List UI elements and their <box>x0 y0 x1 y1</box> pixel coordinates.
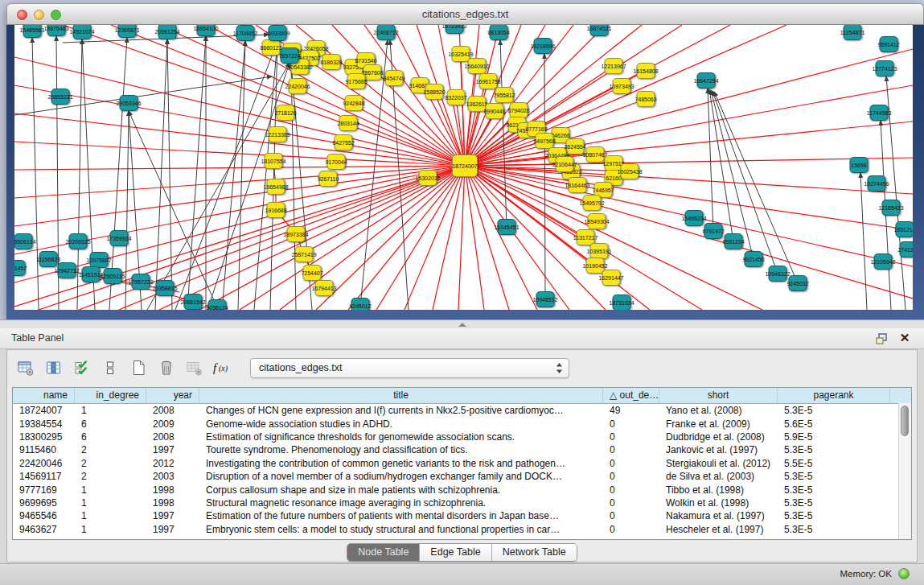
citation-edge-red[interactable] <box>465 166 484 310</box>
show-columns-icon[interactable] <box>43 357 64 378</box>
network-node[interactable]: 10274456 <box>868 175 886 192</box>
cell-pagerank[interactable]: 5.3E-5 <box>778 471 890 482</box>
column-header-in_degree[interactable]: in_degree <box>75 388 146 403</box>
network-node[interactable]: 18107554 <box>265 153 283 169</box>
network-node[interactable]: 9267110 <box>319 171 338 187</box>
network-node[interactable]: 19218596 <box>534 38 552 54</box>
cell-year[interactable]: 1998 <box>146 484 199 496</box>
network-node[interactable]: 9056124 <box>208 299 227 310</box>
cell-in_degree[interactable]: 6 <box>75 431 146 443</box>
cell-title[interactable]: Embryonic stem cells: a model to study s… <box>199 524 603 535</box>
network-hub-node[interactable]: 18724007 <box>452 154 478 177</box>
delete-column-icon[interactable] <box>156 357 177 378</box>
cell-out_degree[interactable]: 0 <box>603 418 659 430</box>
table-row[interactable]: 1830029562008Estimation of significance … <box>13 431 911 443</box>
network-node[interactable]: 16794413 <box>315 280 334 296</box>
network-node[interactable]: 25871419 <box>295 246 314 262</box>
citation-edge-black[interactable] <box>291 64 296 310</box>
table-row[interactable]: 969969511998Structural magnetic resonanc… <box>13 496 911 509</box>
network-node[interactable]: 15302035 <box>419 170 437 186</box>
network-node[interactable]: 6794028 <box>510 102 528 118</box>
network-node[interactable]: 12105542 <box>874 253 893 270</box>
network-node[interactable]: 10025438 <box>621 163 639 179</box>
network-node[interactable]: 18549304 <box>588 213 606 229</box>
cell-short[interactable]: Nakamura et al. (1997) <box>659 510 778 521</box>
network-node[interactable]: 14521074 <box>73 25 92 39</box>
network-node[interactable]: 18731024 <box>613 295 631 310</box>
network-node[interactable]: 20591254 <box>158 25 177 39</box>
network-node[interactable]: 12365871 <box>118 25 137 38</box>
clear-selection-icon[interactable] <box>100 357 121 378</box>
citation-edge-black[interactable] <box>544 54 545 299</box>
cell-short[interactable]: Dudbridge et al. (2008) <box>659 431 778 443</box>
cell-in_degree[interactable]: 2 <box>75 444 146 455</box>
cell-in_degree[interactable]: 1 <box>75 524 146 535</box>
cell-short[interactable]: Stergiakouli et al. (2012) <box>659 458 778 469</box>
cell-name[interactable]: 9115460 <box>13 444 75 455</box>
cell-out_degree[interactable]: 0 <box>603 497 659 509</box>
table-row[interactable]: 2242004622012Investigating the contribut… <box>13 457 911 470</box>
tab-edge-table[interactable]: Edge Table <box>419 544 491 561</box>
column-header-name[interactable]: name <box>13 388 75 403</box>
cell-out_degree[interactable]: 0 <box>603 431 659 443</box>
network-node[interactable]: 20881542 <box>184 294 203 310</box>
network-node[interactable]: 10973493 <box>613 78 631 94</box>
cell-title[interactable]: Investigating the contribution of common… <box>199 458 603 469</box>
cell-year[interactable]: 2008 <box>146 405 199 416</box>
cell-title[interactable]: Corpus callosum shape and size in male p… <box>199 484 603 496</box>
citation-edge-red[interactable] <box>14 166 465 170</box>
network-node[interactable]: 10395191 <box>590 243 609 259</box>
cell-title[interactable]: Disruption of a novel member of a sodium… <box>199 471 603 482</box>
cell-short[interactable]: de Silva et al. (2003) <box>659 471 778 482</box>
network-node[interactable]: 22408712 <box>377 25 396 40</box>
splitter-grip-icon[interactable] <box>458 323 466 327</box>
cell-in_degree[interactable]: 1 <box>75 510 146 521</box>
network-node[interactable]: 8990448 <box>486 103 504 119</box>
cell-out_degree[interactable]: 0 <box>603 444 659 455</box>
cell-title[interactable]: Structural magnetic resonance image aver… <box>199 497 603 509</box>
cell-pagerank[interactable]: 5.3E-5 <box>778 524 890 535</box>
table-row[interactable]: 946554611997Estimation of the future num… <box>13 509 911 522</box>
network-node[interactable]: 35506124 <box>14 233 33 249</box>
network-node[interactable]: 16647294 <box>697 72 716 89</box>
network-node[interactable]: 1651212 <box>896 221 914 237</box>
citation-edge-red[interactable] <box>465 49 913 166</box>
citation-edge-red[interactable] <box>376 166 465 310</box>
network-node[interactable]: 8813054 <box>490 25 508 40</box>
delete-table-icon[interactable] <box>184 357 205 378</box>
cell-out_degree[interactable]: 49 <box>603 405 659 416</box>
network-node[interactable]: 7485063 <box>637 91 655 107</box>
cell-pagerank[interactable]: 5.6E-5 <box>778 418 890 430</box>
network-node[interactable]: 12213967 <box>605 58 623 74</box>
cell-short[interactable]: Tibbo et al. (1998) <box>659 484 778 496</box>
cell-year[interactable]: 1997 <box>146 524 199 535</box>
tab-node-table[interactable]: Node Table <box>347 544 419 561</box>
network-node[interactable]: 22420046 <box>289 78 307 94</box>
column-header-title[interactable]: title <box>199 388 603 403</box>
network-node[interactable]: 12106447 <box>556 156 574 172</box>
network-node[interactable]: 8454749 <box>385 70 404 86</box>
cell-pagerank[interactable]: 5.3E-5 <box>778 510 890 521</box>
network-canvas[interactable]: 1872400786601238912954224260589427502818… <box>14 25 913 310</box>
cell-title[interactable]: Genome-wide association studies in ADHD. <box>199 418 603 430</box>
cell-year[interactable]: 1998 <box>146 497 199 509</box>
network-node[interactable]: 12165423 <box>882 200 901 216</box>
citation-edge-black[interactable] <box>32 38 39 310</box>
column-header-pagerank[interactable]: pagerank <box>778 388 890 403</box>
network-node[interactable]: 16854120 <box>197 25 216 36</box>
network-node[interactable]: 11254871 <box>844 25 862 40</box>
cell-in_degree[interactable]: 1 <box>75 484 146 496</box>
cell-short[interactable]: Franke et al. (2009) <box>659 418 778 430</box>
network-node[interactable]: 7857224 <box>281 47 299 64</box>
network-node[interactable]: 7254407 <box>303 265 322 281</box>
table-mode-icon[interactable] <box>15 357 36 378</box>
network-node[interactable]: 19875463 <box>47 25 66 36</box>
cell-in_degree[interactable]: 2 <box>75 471 146 482</box>
cell-title[interactable]: Tourette syndrome. Phenomenology and cla… <box>199 444 603 455</box>
citation-edge-red[interactable] <box>39 166 465 310</box>
citation-edge-red[interactable] <box>316 166 465 310</box>
network-node[interactable]: 16961758 <box>479 73 498 89</box>
network-node[interactable]: 8911457 <box>14 260 26 276</box>
network-node[interactable]: 11156823 <box>39 251 58 267</box>
network-node[interactable]: 15640910 <box>468 58 487 74</box>
